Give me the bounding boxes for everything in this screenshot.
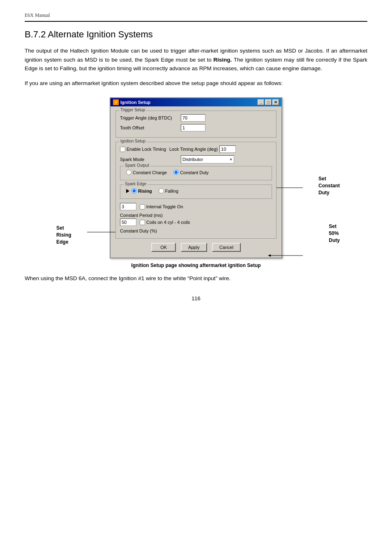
falling-radio-label[interactable]: Falling — [159, 188, 178, 193]
dialog-title-buttons: _ □ ✕ — [258, 99, 279, 105]
caption: Ignition Setup page showing aftermarket … — [52, 263, 340, 268]
constant-charge-radio[interactable] — [126, 170, 131, 175]
tooth-offset-input[interactable] — [181, 124, 205, 131]
minimize-button[interactable]: _ — [258, 99, 264, 105]
paragraph-1: The output of the Haltech Ignition Modul… — [25, 46, 367, 73]
paragraph-2: If you are using an aftermarket ignition… — [25, 79, 367, 88]
constant-duty-pct-label-row: Constant Duty (%) — [120, 228, 272, 233]
spark-output-radios: Constant Charge Constant Duty — [125, 170, 267, 175]
spark-mode-label: Spark Mode — [120, 157, 178, 162]
trigger-setup-group: Trigger Setup Trigger Angle (deg BTDC) T… — [115, 111, 277, 138]
constant-duty-pct-label: Constant Duty (%) — [120, 228, 157, 233]
constant-period-input[interactable] — [120, 203, 136, 210]
cancel-button[interactable]: Cancel — [212, 243, 241, 252]
lock-timing-angle-label: Lock Timing Angle (deg) — [169, 147, 218, 152]
dialog-title-label: Ignition Setup — [120, 100, 150, 105]
set-constant-duty-annotation: Set Constant Duty — [318, 175, 340, 196]
coils-checkbox[interactable] — [140, 220, 145, 225]
coils-row[interactable]: Coils on 4 cyl - 4 coils — [140, 220, 190, 225]
spark-edge-label: Spark Edge — [124, 182, 148, 186]
trigger-setup-label: Trigger Setup — [119, 108, 146, 112]
constant-charge-radio-label[interactable]: Constant Charge — [126, 170, 167, 175]
spark-mode-row: Spark Mode Distributor ▼ — [120, 155, 272, 164]
constant-duty-pct-row: Coils on 4 cyl - 4 coils — [120, 219, 272, 226]
spark-output-label: Spark Output — [124, 163, 150, 168]
spark-output-group: Spark Output Constant Charge Constant Du… — [120, 166, 272, 180]
lock-timing-right: Lock Timing Angle (deg) — [169, 145, 236, 153]
constant-duty-label: Constant Duty — [180, 170, 209, 175]
dialog-title-bar: ⚡ Ignition Setup _ □ ✕ — [111, 98, 281, 106]
enable-lock-timing-label: Enable Lock Timing — [127, 147, 166, 152]
constant-duty-radio-label[interactable]: Constant Duty — [173, 170, 209, 175]
set-50-duty-annotation: Set 50% Duty — [329, 223, 340, 244]
ignition-setup-label: Ignition Setup — [119, 139, 147, 143]
tooth-offset-label: Tooth Offset — [120, 125, 178, 130]
set-rising-edge-annotation: Set Rising Edge — [56, 225, 71, 245]
tooth-offset-row: Tooth Offset — [120, 124, 272, 131]
constant-period-row: Internal Toggle On — [120, 203, 272, 210]
spark-edge-group: Spark Edge Rising Falling — [120, 184, 272, 199]
rising-arrow-icon — [126, 189, 129, 193]
rising-radio[interactable] — [131, 188, 137, 193]
trigger-angle-label: Trigger Angle (deg BTDC) — [120, 115, 178, 120]
spark-edge-radios: Rising Falling — [125, 188, 267, 193]
rising-label: Rising — [138, 189, 152, 193]
trigger-angle-row: Trigger Angle (deg BTDC) — [120, 114, 272, 122]
header-rule — [25, 21, 367, 22]
maximize-button[interactable]: □ — [265, 99, 272, 105]
internal-toggle-row[interactable]: Internal Toggle On — [140, 204, 183, 210]
dialog-body: Trigger Setup Trigger Angle (deg BTDC) T… — [111, 106, 281, 258]
paragraph-3: When using the MSD 6A, connect the Ignit… — [25, 274, 367, 283]
apply-button[interactable]: Apply — [181, 243, 207, 252]
constant-period-label: Constant Period (ms) — [120, 213, 163, 218]
header-text: E6X Manual — [25, 12, 367, 18]
enable-lock-timing-checkbox[interactable] — [120, 147, 125, 152]
section-title: B.7.2 Alternate Ignition Systems — [25, 29, 367, 40]
page-number: 116 — [25, 295, 367, 302]
constant-period-label-row: Constant Period (ms) — [120, 213, 272, 218]
close-button[interactable]: ✕ — [272, 99, 279, 105]
ok-button[interactable]: OK — [151, 243, 176, 252]
constant-duty-pct-input[interactable] — [120, 219, 136, 226]
dropdown-arrow-icon: ▼ — [229, 158, 233, 161]
constant-duty-radio[interactable] — [173, 170, 179, 175]
constant-charge-label: Constant Charge — [133, 170, 167, 175]
ignition-setup-dialog: ⚡ Ignition Setup _ □ ✕ Trigger Setup Tri… — [110, 97, 282, 258]
coils-label: Coils on 4 cyl - 4 coils — [146, 220, 190, 225]
spark-mode-value: Distributor — [182, 157, 203, 162]
dialog-icon: ⚡ — [113, 99, 119, 105]
falling-radio[interactable] — [159, 188, 164, 193]
rising-radio-label[interactable]: Rising — [126, 188, 152, 193]
lock-timing-row: Enable Lock Timing Lock Timing Angle (de… — [120, 145, 272, 153]
dialog-title-text: ⚡ Ignition Setup — [113, 99, 150, 105]
internal-toggle-checkbox[interactable] — [140, 204, 145, 210]
trigger-angle-input[interactable] — [181, 114, 205, 122]
internal-toggle-label: Internal Toggle On — [146, 204, 183, 209]
spark-mode-dropdown[interactable]: Distributor ▼ — [181, 155, 234, 164]
dialog-buttons: OK Apply Cancel — [115, 243, 277, 253]
lock-timing-angle-input[interactable] — [219, 145, 236, 153]
falling-label: Falling — [165, 189, 178, 193]
diagram-area: Set Rising Edge Set Constant Duty Set 50… — [52, 93, 340, 268]
ignition-setup-group: Ignition Setup Enable Lock Timing Lock T… — [115, 142, 277, 239]
